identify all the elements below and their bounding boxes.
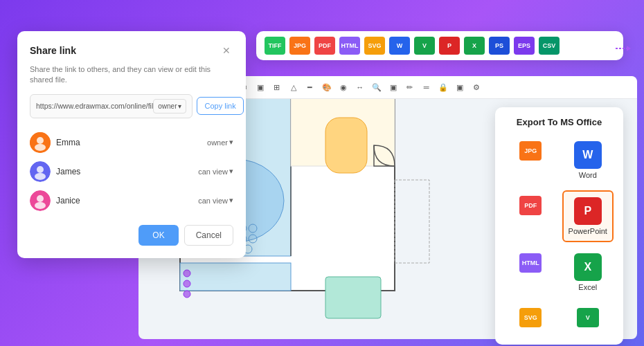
pdf-icon: PDF: [519, 196, 542, 215]
tool-frame[interactable]: ▣: [386, 80, 401, 95]
avatar-james: [30, 161, 51, 182]
word-icon: W: [574, 141, 602, 169]
svg-rect-25: [180, 263, 291, 291]
tool-pen[interactable]: ✏: [402, 80, 418, 95]
svg-point-34: [37, 166, 44, 173]
svg-point-27: [184, 280, 190, 287]
close-button[interactable]: ✕: [220, 44, 233, 57]
svg-point-32: [35, 144, 46, 151]
tool-cross[interactable]: ⊞: [269, 80, 285, 95]
ok-button[interactable]: OK: [138, 225, 178, 246]
user-row-james: James can view ▾: [30, 157, 233, 186]
format-ps[interactable]: PS: [489, 37, 510, 55]
cancel-button[interactable]: Cancel: [184, 225, 233, 246]
format-svg[interactable]: SVG: [364, 37, 385, 55]
svg-rect-23: [325, 118, 367, 173]
tool-image[interactable]: ▣: [452, 80, 467, 95]
user-name-james: James: [56, 167, 193, 176]
share-dialog: Share link ✕ Share the link to others, a…: [17, 31, 246, 258]
link-row: https://www.edrawmax.com/online/fil owne…: [30, 94, 233, 118]
user-row-janice: Janice can view ▾: [30, 186, 233, 215]
svg-marker-1: [627, 46, 631, 51]
tool-line[interactable]: ━: [303, 80, 318, 95]
tool-fill[interactable]: 🎨: [319, 80, 334, 95]
dialog-description: Share the link to others, and they can v…: [30, 64, 233, 86]
tool-settings[interactable]: ⚙: [469, 80, 484, 95]
svg-point-28: [184, 291, 190, 298]
export-panel: Export To MS Office JPG W Word PDF P Pow…: [495, 107, 623, 345]
avatar-janice: [30, 190, 51, 211]
link-permission-badge[interactable]: owner ▾: [153, 99, 186, 113]
export-item-excel[interactable]: X Excel: [562, 248, 614, 297]
user-perm-janice[interactable]: can view ▾: [198, 196, 233, 205]
user-perm-emma[interactable]: owner ▾: [207, 138, 233, 147]
format-ppt[interactable]: P: [439, 37, 460, 55]
dialog-title: Share link: [30, 45, 76, 56]
format-jpg[interactable]: JPG: [289, 37, 310, 55]
word-label: Word: [579, 171, 597, 179]
export-toolbar: TIFF JPG PDF HTML SVG W V P X PS EPS CSV: [256, 31, 623, 60]
format-html[interactable]: HTML: [339, 37, 360, 55]
jpg-icon: JPG: [519, 141, 542, 161]
tool-rect[interactable]: ▣: [253, 80, 268, 95]
format-pdf[interactable]: PDF: [314, 37, 335, 55]
svg-point-31: [37, 137, 44, 144]
svg-rect-24: [325, 277, 381, 318]
link-url: https://www.edrawmax.com/online/fil: [36, 102, 153, 110]
dialog-header: Share link ✕: [30, 44, 233, 57]
tool-connect[interactable]: ↔: [352, 80, 368, 95]
export-item-ppt[interactable]: P PowerPoint: [562, 190, 614, 242]
export-item-svg[interactable]: SVG: [505, 302, 557, 335]
export-item-word[interactable]: W Word: [562, 136, 614, 185]
svg-point-37: [37, 195, 44, 202]
html-icon: HTML: [519, 253, 542, 273]
svg-point-38: [35, 202, 46, 209]
tool-triangle[interactable]: △: [286, 80, 301, 95]
svg-icon: SVG: [519, 308, 542, 327]
user-row-emma: Emma owner ▾: [30, 128, 233, 157]
ppt-label: PowerPoint: [569, 227, 607, 235]
visio-icon: V: [577, 308, 599, 327]
tool-lock[interactable]: 🔒: [436, 80, 451, 95]
user-name-emma: Emma: [56, 138, 202, 147]
arrow-indicator: [614, 39, 634, 58]
user-perm-james[interactable]: can view ▾: [198, 167, 233, 176]
avatar-emma: [30, 132, 51, 153]
user-name-janice: Janice: [56, 196, 193, 206]
excel-label: Excel: [578, 283, 597, 291]
svg-rect-29: [395, 180, 429, 263]
format-excel[interactable]: X: [464, 37, 485, 55]
format-visio[interactable]: V: [414, 37, 435, 55]
tool-table[interactable]: ═: [419, 80, 434, 95]
format-eps[interactable]: EPS: [514, 37, 535, 55]
copy-link-button[interactable]: Copy link: [197, 97, 243, 115]
ppt-icon: P: [574, 197, 602, 225]
export-grid: JPG W Word PDF P PowerPoint HTML X Excel…: [505, 136, 614, 335]
svg-point-26: [184, 270, 190, 277]
export-item-jpg[interactable]: JPG: [505, 136, 557, 185]
export-item-pdf[interactable]: PDF: [505, 190, 557, 242]
excel-icon: X: [574, 253, 602, 281]
export-item-html[interactable]: HTML: [505, 248, 557, 297]
format-tiff[interactable]: TIFF: [265, 37, 285, 55]
export-item-visio[interactable]: V: [562, 302, 614, 335]
export-panel-title: Export To MS Office: [505, 117, 614, 127]
dialog-footer: OK Cancel: [30, 225, 233, 246]
svg-point-35: [35, 173, 46, 180]
tool-search[interactable]: 🔍: [369, 80, 384, 95]
tool-circle[interactable]: ◉: [336, 80, 351, 95]
format-csv[interactable]: CSV: [539, 37, 560, 55]
format-word[interactable]: W: [389, 37, 410, 55]
link-input-container: https://www.edrawmax.com/online/fil owne…: [30, 94, 193, 118]
